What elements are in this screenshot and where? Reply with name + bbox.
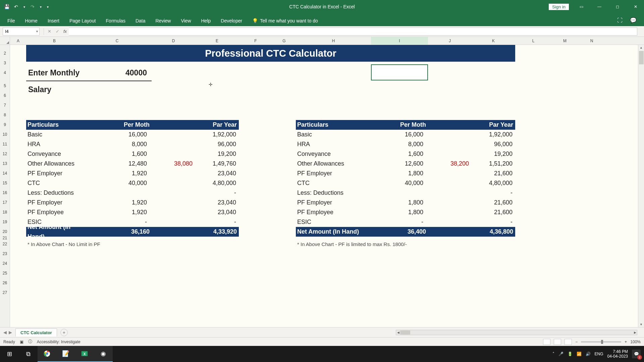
sheet-cells[interactable]: Professional CTC CalculatorEnter Monthly… (10, 45, 644, 298)
row-header[interactable]: 26 (0, 278, 10, 288)
row-header[interactable]: 14 (0, 169, 10, 178)
tab-nav-next-icon[interactable]: ▶ (9, 330, 12, 335)
row-header[interactable]: 22 (0, 239, 10, 249)
column-header[interactable]: H (296, 37, 371, 45)
battery-icon[interactable]: 🔋 (568, 352, 573, 356)
ribbon-tab-insert[interactable]: Insert (43, 15, 64, 26)
volume-icon[interactable]: 🔊 (586, 352, 591, 356)
ribbon-display-icon[interactable]: ▭ (573, 0, 590, 13)
zoom-level[interactable]: 100% (630, 340, 641, 344)
excel-taskbar-icon[interactable]: X (75, 346, 94, 362)
zoom-in-button[interactable]: + (625, 340, 627, 344)
share-icon[interactable]: ⛶ (617, 17, 623, 23)
column-header[interactable]: I (371, 37, 428, 45)
scroll-up-icon[interactable]: ▲ (638, 45, 644, 50)
wifi-icon[interactable]: 📶 (577, 352, 582, 356)
row-header[interactable]: 11 (0, 139, 10, 149)
row-header[interactable]: 13 (0, 159, 10, 169)
row-header[interactable]: 19 (0, 217, 10, 227)
accessibility-status[interactable]: Accessibility: Investigate (37, 340, 80, 344)
column-header[interactable]: M (551, 37, 578, 45)
comments-icon[interactable]: 💬 (630, 17, 637, 23)
row-header[interactable]: 25 (0, 268, 10, 278)
row-header[interactable]: 21 (0, 237, 10, 239)
column-header[interactable]: D (152, 37, 195, 45)
ribbon-tab-view[interactable]: View (176, 15, 196, 26)
formula-input[interactable] (69, 27, 637, 36)
qat-customize-icon[interactable]: ▾ (46, 5, 50, 9)
page-break-view-button[interactable] (565, 339, 572, 345)
close-icon[interactable]: ✕ (627, 0, 644, 13)
cancel-formula-icon[interactable]: ✕ (45, 29, 53, 34)
chevron-down-icon[interactable]: ▾ (39, 5, 43, 9)
row-header[interactable]: 9 (0, 120, 10, 130)
scroll-right-icon[interactable]: ▶ (633, 330, 637, 335)
ribbon-tab-page-layout[interactable]: Page Layout (65, 15, 101, 26)
redo-icon[interactable]: ↷ (29, 3, 36, 10)
row-header[interactable]: 2 (0, 45, 10, 62)
ribbon-tab-data[interactable]: Data (131, 15, 150, 26)
row-header[interactable]: 8 (0, 110, 10, 120)
scrollbar-thumb[interactable] (639, 51, 644, 64)
row-header[interactable]: 17 (0, 198, 10, 207)
column-header[interactable]: B (26, 37, 83, 45)
column-header[interactable]: F (239, 37, 272, 45)
column-header[interactable]: E (195, 37, 239, 45)
select-all-corner[interactable] (0, 37, 10, 45)
notepad-icon[interactable]: 📝 (56, 346, 75, 362)
ribbon-tab-file[interactable]: File (3, 15, 20, 26)
column-header[interactable]: K (472, 37, 515, 45)
maximize-icon[interactable]: ◻ (609, 0, 626, 13)
ribbon-tab-developer[interactable]: Developer (216, 15, 247, 26)
column-header[interactable]: A (10, 37, 26, 45)
ribbon-tab-review[interactable]: Review (151, 15, 176, 26)
ribbon-tab-home[interactable]: Home (20, 15, 42, 26)
mic-icon[interactable]: 🎤 (558, 352, 564, 356)
tab-nav-prev-icon[interactable]: ◀ (3, 330, 7, 335)
salary-input-cell[interactable]: 40000 (83, 64, 152, 81)
normal-view-button[interactable] (543, 339, 550, 345)
row-header[interactable]: 23 (0, 249, 10, 259)
column-header[interactable]: N (578, 37, 605, 45)
chevron-down-icon[interactable]: ▼ (36, 30, 39, 33)
row-header[interactable]: 24 (0, 259, 10, 268)
zoom-slider[interactable] (581, 341, 621, 343)
row-header[interactable]: 15 (0, 178, 10, 188)
fx-icon[interactable]: fx (61, 29, 69, 34)
macro-record-icon[interactable]: ▣ (20, 340, 23, 344)
column-header[interactable]: C (83, 37, 152, 45)
row-header[interactable]: 7 (0, 101, 10, 110)
signin-button[interactable]: Sign in (549, 4, 569, 10)
minimize-icon[interactable]: — (591, 0, 608, 13)
save-icon[interactable]: 💾 (3, 3, 10, 10)
undo-icon[interactable]: ↶ (13, 3, 19, 10)
name-box[interactable]: I4 ▼ (3, 27, 40, 36)
row-header[interactable]: 27 (0, 288, 10, 298)
ribbon-tab-formulas[interactable]: Formulas (101, 15, 130, 26)
enter-formula-icon[interactable]: ✓ (53, 29, 61, 34)
obs-icon[interactable]: ◉ (94, 346, 113, 362)
sheet-tab-active[interactable]: CTC Calculator (15, 328, 57, 337)
row-header[interactable]: 18 (0, 207, 10, 217)
task-view-icon[interactable]: ⧉ (19, 346, 38, 362)
scroll-down-icon[interactable]: ▼ (638, 322, 644, 327)
row-header[interactable]: 3 (0, 62, 10, 64)
language-indicator[interactable]: ENG (595, 352, 603, 356)
vertical-scrollbar[interactable]: ▲ ▼ (638, 45, 644, 327)
row-header[interactable]: 4 (0, 64, 10, 81)
row-header[interactable]: 12 (0, 149, 10, 159)
chevron-down-icon[interactable]: ▾ (22, 5, 26, 9)
column-header[interactable]: L (515, 37, 551, 45)
page-layout-view-button[interactable] (554, 339, 561, 345)
scrollbar-thumb[interactable] (400, 330, 410, 335)
zoom-out-button[interactable]: − (575, 340, 578, 344)
active-cell[interactable] (371, 64, 428, 80)
clock[interactable]: 7:46 PM 04-04-2023 (607, 349, 628, 359)
column-header[interactable]: G (272, 37, 296, 45)
row-header[interactable]: 5 (0, 81, 10, 91)
add-sheet-button[interactable]: + (60, 329, 68, 336)
row-header[interactable]: 6 (0, 91, 10, 101)
tell-me-search[interactable]: 💡 Tell me what you want to do (248, 15, 323, 26)
row-header[interactable]: 10 (0, 130, 10, 139)
ribbon-tab-help[interactable]: Help (197, 15, 216, 26)
